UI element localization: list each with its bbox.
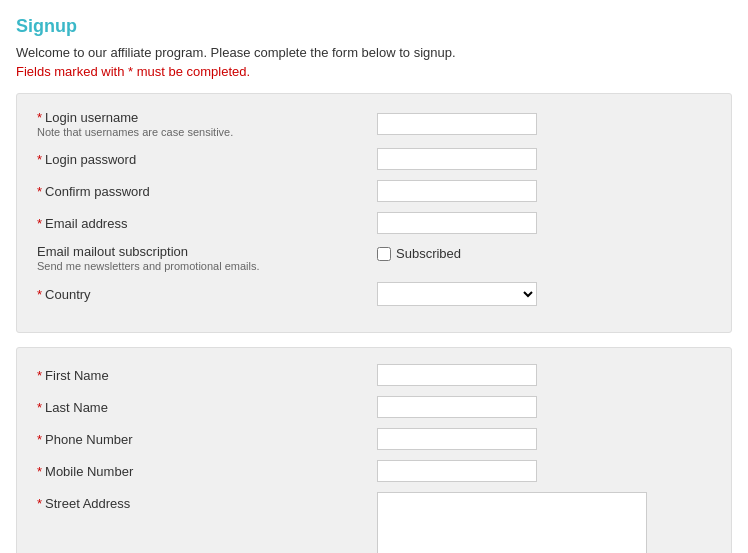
section-personal: *First Name *Last Name *Phone Number *Mo… [16, 347, 732, 553]
row-email-address: *Email address [37, 212, 711, 234]
label-email-address: *Email address [37, 216, 377, 231]
label-first-name: *First Name [37, 368, 377, 383]
intro-text: Welcome to our affiliate program. Please… [16, 45, 732, 60]
row-country: *Country Australia United States United … [37, 282, 711, 306]
row-subscription: Email mailout subscription Send me newsl… [37, 244, 711, 272]
email-address-input[interactable] [377, 212, 537, 234]
label-confirm-password: *Confirm password [37, 184, 377, 199]
row-first-name: *First Name [37, 364, 711, 386]
first-name-input[interactable] [377, 364, 537, 386]
subscribed-checkbox[interactable] [377, 247, 391, 261]
label-login-username: *Login username Note that usernames are … [37, 110, 377, 138]
row-login-password: *Login password [37, 148, 711, 170]
login-username-input[interactable] [377, 113, 537, 135]
row-street-address: *Street Address [37, 492, 711, 553]
label-mobile-number: *Mobile Number [37, 464, 377, 479]
label-last-name: *Last Name [37, 400, 377, 415]
street-address-input[interactable] [377, 492, 647, 553]
mobile-number-input[interactable] [377, 460, 537, 482]
subscription-control: Subscribed [377, 246, 461, 261]
row-confirm-password: *Confirm password [37, 180, 711, 202]
phone-number-input[interactable] [377, 428, 537, 450]
row-last-name: *Last Name [37, 396, 711, 418]
sublabel-login-username: Note that usernames are case sensitive. [37, 126, 377, 138]
login-password-input[interactable] [377, 148, 537, 170]
label-country: *Country [37, 287, 377, 302]
label-login-password: *Login password [37, 152, 377, 167]
page-title: Signup [16, 16, 732, 37]
section-account: *Login username Note that usernames are … [16, 93, 732, 333]
last-name-input[interactable] [377, 396, 537, 418]
label-phone-number: *Phone Number [37, 432, 377, 447]
confirm-password-input[interactable] [377, 180, 537, 202]
label-subscription: Email mailout subscription Send me newsl… [37, 244, 377, 272]
required-note-prefix: Fields marked with [16, 64, 128, 79]
required-note: Fields marked with * must be completed. [16, 64, 732, 79]
row-phone-number: *Phone Number [37, 428, 711, 450]
row-login-username: *Login username Note that usernames are … [37, 110, 711, 138]
country-select[interactable]: Australia United States United Kingdom C… [377, 282, 537, 306]
required-note-suffix: must be completed. [133, 64, 250, 79]
label-street-address: *Street Address [37, 492, 377, 511]
subscribed-label[interactable]: Subscribed [396, 246, 461, 261]
row-mobile-number: *Mobile Number [37, 460, 711, 482]
